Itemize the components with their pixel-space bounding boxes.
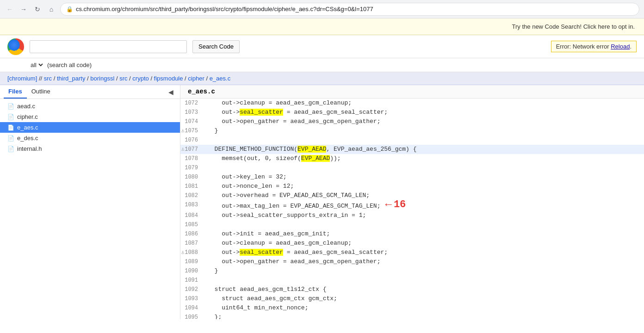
address-bar[interactable]: 🔒 cs.chromium.org/chromium/src/third_par… — [60, 3, 639, 16]
line-number: 1080 — [180, 173, 204, 182]
file-label: e_des.c — [17, 135, 38, 142]
top-banner: Try the new Code Search! Click here to o… — [0, 18, 644, 35]
search-button[interactable]: Search Code — [192, 40, 240, 53]
line-code: out->seal_scatter_supports_extra_in = 1; — [204, 211, 644, 220]
table-row: 1089 out->open_gather = aead_aes_gcm_ope… — [180, 257, 644, 266]
search-row: Search Code Error: Network error Reload. — [0, 35, 644, 58]
line-number: 1091 — [180, 276, 204, 285]
table-row: ⚓ 1077 DEFINE_METHOD_FUNCTION(EVP_AEAD, … — [180, 145, 644, 154]
lock-icon: 🔒 — [66, 6, 73, 12]
breadcrumb: [chromium] // src / third_party / boring… — [0, 72, 644, 85]
filter-dropdown[interactable]: all — [29, 61, 44, 69]
filter-hint: (search all code) — [47, 62, 92, 68]
line-number: ⚓ 1075 — [180, 126, 204, 136]
home-button[interactable]: ⌂ — [46, 4, 56, 14]
table-row: 1090 } — [180, 266, 644, 276]
table-row: ⚓ 1088 out->seal_scatter = aead_aes_gcm_… — [180, 248, 644, 257]
file-item-e-aes[interactable]: 📄 e_aes.c — [0, 122, 180, 133]
line-code: }; — [204, 313, 644, 319]
line-code: out->max_tag_len = EVP_AEAD_AES_GCM_TAG_… — [204, 200, 644, 211]
code-title: e_aes.c — [180, 85, 644, 99]
line-number: 1094 — [180, 303, 204, 313]
line-code: out->key_len = 32; — [204, 173, 644, 182]
back-button[interactable]: ← — [5, 4, 15, 14]
table-row: 1095 }; — [180, 313, 644, 319]
line-code: out->cleanup = aead_aes_gcm_cleanup; — [204, 99, 644, 108]
sidebar-files: 📄 aead.c 📄 cipher.c 📄 e_aes.c 📄 e_des.c … — [0, 99, 180, 319]
line-code — [204, 136, 644, 145]
line-code — [204, 276, 644, 285]
table-row: 1078 memset(out, 0, sizeof(EVP_AEAD)); — [180, 154, 644, 163]
forward-button[interactable]: → — [19, 4, 29, 14]
line-code: out->nonce_len = 12; — [204, 182, 644, 191]
table-row: 1081 out->nonce_len = 12; — [180, 182, 644, 191]
file-icon: 📄 — [7, 146, 14, 152]
file-item-cipher[interactable]: 📄 cipher.c — [0, 111, 180, 122]
file-item-aead[interactable]: 📄 aead.c — [0, 101, 180, 111]
tab-files[interactable]: Files — [4, 85, 27, 99]
line-number: 1076 — [180, 136, 204, 145]
file-label: e_aes.c — [17, 124, 38, 131]
filter-row: all (search all code) — [0, 58, 644, 72]
line-code: struct aead_aes_gcm_tls12_ctx { — [204, 285, 644, 294]
breadcrumb-src2[interactable]: src — [119, 75, 127, 82]
line-code: struct aead_aes_gcm_ctx gcm_ctx; — [204, 294, 644, 303]
reload-button[interactable]: ↻ — [32, 4, 43, 14]
tab-outline[interactable]: Outline — [27, 85, 55, 99]
file-icon: 📄 — [7, 124, 14, 131]
table-row: 1086 out->init = aead_aes_gcm_init; — [180, 229, 644, 239]
line-number: 1084 — [180, 211, 204, 220]
line-code: out->overhead = EVP_AEAD_AES_GCM_TAG_LEN… — [204, 191, 644, 200]
file-icon: 📄 — [7, 135, 14, 142]
table-row: 1076 — [180, 136, 644, 145]
breadcrumb-chromium[interactable]: [chromium] — [7, 75, 37, 82]
table-row: 1094 uint64_t min_next_nonce; — [180, 303, 644, 313]
file-icon: 📄 — [7, 114, 14, 120]
line-number: 1082 — [180, 191, 204, 200]
breadcrumb-third-party[interactable]: third_party — [57, 75, 85, 82]
breadcrumb-file[interactable]: e_aes.c — [210, 75, 231, 82]
line-number: 1093 — [180, 294, 204, 303]
line-number: 1073 — [180, 108, 204, 117]
table-row: 1093 struct aead_aes_gcm_ctx gcm_ctx; — [180, 294, 644, 303]
file-label: cipher.c — [17, 113, 38, 120]
table-row: 1085 — [180, 220, 644, 229]
table-row: 1080 out->key_len = 32; — [180, 173, 644, 182]
line-code: out->open_gather = aead_aes_gcm_open_gat… — [204, 117, 644, 126]
code-area[interactable]: e_aes.c 1072 out->cleanup = aead_aes_gcm… — [180, 85, 644, 319]
line-code: out->cleanup = aead_aes_gcm_cleanup; — [204, 239, 644, 248]
table-row: 1079 — [180, 163, 644, 173]
line-number: 1079 — [180, 163, 204, 173]
breadcrumb-crypto[interactable]: crypto — [132, 75, 149, 82]
anchor-icon: ⚓ — [181, 248, 185, 257]
line-number: 1087 — [180, 239, 204, 248]
breadcrumb-fipsmodule[interactable]: fipsmodule — [154, 75, 183, 82]
line-number: 1095 — [180, 313, 204, 319]
line-code: } — [204, 266, 644, 276]
line-number: 1083 — [180, 200, 204, 210]
main-content: Files Outline ◀ 📄 aead.c 📄 cipher.c 📄 e_… — [0, 85, 644, 319]
file-item-internal[interactable]: 📄 internal.h — [0, 143, 180, 154]
search-input[interactable] — [30, 40, 187, 53]
sidebar: Files Outline ◀ 📄 aead.c 📄 cipher.c 📄 e_… — [0, 85, 180, 319]
line-number: 1089 — [180, 257, 204, 266]
line-number: 1078 — [180, 154, 204, 163]
table-row: 1073 out->seal_scatter = aead_aes_gcm_se… — [180, 108, 644, 117]
line-code: out->seal_scatter = aead_aes_gcm_seal_sc… — [204, 108, 644, 117]
table-row: 1091 — [180, 276, 644, 285]
line-code: } — [204, 126, 644, 136]
table-row: 1083 out->max_tag_len = EVP_AEAD_AES_GCM… — [180, 200, 644, 211]
line-code — [204, 220, 644, 229]
line-code: uint64_t min_next_nonce; — [204, 303, 644, 313]
line-number: ⚓ 1088 — [180, 248, 204, 257]
line-code: out->open_gather = aead_aes_gcm_open_gat… — [204, 257, 644, 266]
breadcrumb-boringssl[interactable]: boringssl — [90, 75, 114, 82]
table-row: 1092 struct aead_aes_gcm_tls12_ctx { — [180, 285, 644, 294]
breadcrumb-src[interactable]: src — [44, 75, 52, 82]
file-item-e-des[interactable]: 📄 e_des.c — [0, 133, 180, 143]
line-number: 1092 — [180, 285, 204, 294]
reload-link[interactable]: Reload — [611, 43, 630, 50]
collapse-sidebar-button[interactable]: ◀ — [166, 87, 176, 97]
breadcrumb-cipher[interactable]: cipher — [188, 75, 204, 82]
anchor-icon: ⚓ — [181, 145, 185, 154]
